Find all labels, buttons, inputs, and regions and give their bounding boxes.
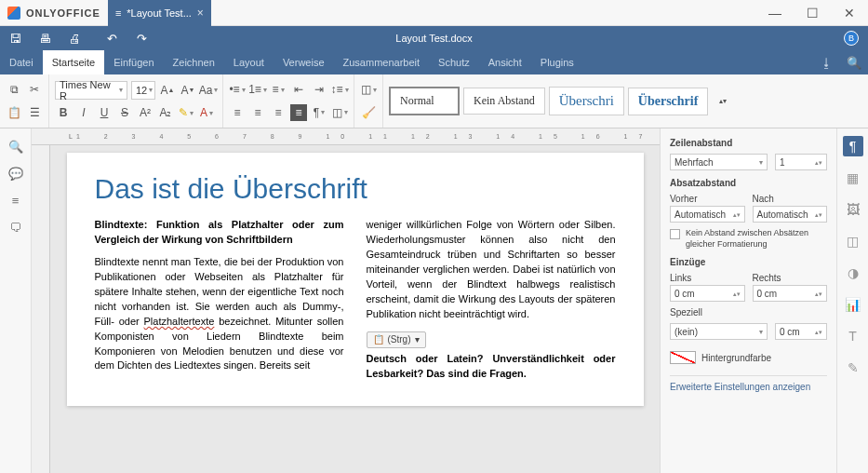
align-left-icon[interactable]: ≡ [229, 104, 246, 121]
after-label: Nach [753, 194, 828, 204]
indent-right-input[interactable]: 0 cm▴▾ [753, 285, 828, 302]
menu-zusammenarbeit[interactable]: Zusammenarbeit [334, 50, 430, 74]
quickprint-button[interactable]: 🖨 [60, 26, 89, 50]
comments-icon[interactable]: 💬 [8, 167, 23, 181]
font-size-select[interactable]: 12▾ [131, 81, 155, 100]
strike-icon[interactable]: S [116, 104, 133, 121]
superscript-icon[interactable]: A² [137, 104, 154, 121]
print-button[interactable]: 🖶 [30, 26, 60, 50]
save-button[interactable]: 🖫 [0, 26, 30, 50]
signature-panel-icon[interactable]: ✎ [843, 358, 863, 378]
redo-button[interactable]: ↷ [127, 26, 156, 50]
feedback-icon[interactable]: 🗨 [9, 221, 21, 235]
para-spacing-header: Absatzabstand [670, 178, 827, 188]
document-page[interactable]: Das ist die Überschrift Blindtexte: Funk… [67, 153, 644, 406]
special-indent-value[interactable]: 0 cm▴▾ [775, 323, 827, 340]
style-no-spacing[interactable]: Kein Abstand [463, 88, 545, 115]
subscript-icon[interactable]: A₂ [157, 104, 174, 121]
highlight-icon[interactable]: ✎▾ [178, 104, 194, 121]
menu-ansicht[interactable]: Ansicht [479, 50, 531, 74]
font-color-icon[interactable]: A▾ [198, 104, 215, 121]
shape-panel-icon[interactable]: ◑ [843, 263, 863, 283]
multilevel-icon[interactable]: ≡▾ [270, 81, 287, 98]
horizontal-ruler[interactable]: L 1 2 3 4 5 6 7 8 9 10 11 12 13 14 15 16… [32, 128, 660, 145]
style-expand-icon[interactable]: ▴▾ [712, 93, 734, 110]
bullets-icon[interactable]: •≡▾ [229, 81, 246, 98]
font-name-select[interactable]: Times New R▾ [55, 81, 127, 100]
app-logo: ONLYOFFICE [0, 7, 108, 20]
change-case-icon[interactable]: Aa▾ [200, 82, 217, 99]
find-icon[interactable]: 🔍 [8, 140, 23, 154]
menu-startseite[interactable]: Startseite [43, 50, 104, 74]
decrease-font-icon[interactable]: A▼ [180, 82, 196, 99]
style-heading2[interactable]: Überschrif [628, 88, 709, 115]
shading-icon[interactable]: ◫▾ [331, 104, 348, 121]
insert-shape-icon[interactable]: ◫▾ [360, 81, 377, 98]
indent-decrease-icon[interactable]: ⇤ [290, 81, 307, 98]
menu-tabs: Datei Startseite Einfügen Zeichnen Layou… [0, 50, 868, 74]
cut-icon[interactable]: ✂ [26, 81, 43, 98]
line-spacing-value-input[interactable]: 1▴▾ [775, 154, 827, 170]
menu-layout[interactable]: Layout [224, 50, 274, 74]
paste-options-tag[interactable]: 📋 (Strg) ▾ [367, 331, 426, 349]
menu-einfuegen[interactable]: Einfügen [104, 50, 163, 74]
increase-font-icon[interactable]: A▲ [159, 82, 176, 99]
header-panel-icon[interactable]: ◫ [843, 231, 863, 251]
underline-icon[interactable]: U [96, 104, 113, 121]
align-center-icon[interactable]: ≡ [249, 104, 266, 121]
user-avatar[interactable]: B [844, 31, 859, 46]
advanced-settings-link[interactable]: Erweiterte Einstellungen anzeigen [670, 382, 810, 392]
menu-datei[interactable]: Datei [0, 50, 43, 74]
chart-panel-icon[interactable]: 📊 [843, 294, 863, 315]
italic-icon[interactable]: I [75, 104, 92, 121]
special-indent-select[interactable]: (kein)▾ [670, 323, 768, 340]
subheading-1: Blindtexte: Funktion als Platzhalter ode… [95, 218, 344, 248]
paste-icon[interactable]: 📋 [6, 104, 22, 121]
search-icon[interactable]: 🔍 [840, 50, 868, 74]
document-area: L 1 2 3 4 5 6 7 8 9 10 11 12 13 14 15 16… [32, 128, 660, 473]
close-window-button[interactable]: ✕ [831, 0, 868, 26]
spacing-after-input[interactable]: Automatisch▴▾ [753, 206, 828, 223]
align-right-icon[interactable]: ≡ [270, 104, 287, 121]
line-spacing-mode-select[interactable]: Mehrfach▾ [670, 154, 768, 170]
close-tab-icon[interactable]: × [197, 7, 204, 20]
undo-button[interactable]: ↶ [97, 26, 127, 50]
textart-panel-icon[interactable]: T [843, 326, 863, 346]
line-spacing-header: Zeilenabstand [670, 138, 827, 148]
paragraph-panel-icon[interactable]: ¶ [843, 136, 863, 156]
document-tab[interactable]: ≡ *Layout Test... × [108, 0, 211, 26]
vertical-ruler[interactable] [32, 145, 50, 473]
bg-color-swatch[interactable] [670, 351, 696, 364]
table-panel-icon[interactable]: ▦ [843, 168, 863, 188]
image-panel-icon[interactable]: 🖼 [843, 199, 863, 220]
menu-schutz[interactable]: Schutz [429, 50, 479, 74]
right-toolbar: ¶ ▦ 🖼 ◫ ◑ 📊 T ✎ [836, 128, 868, 473]
bold-icon[interactable]: B [55, 104, 72, 121]
style-heading1[interactable]: Überschri [549, 87, 624, 115]
headings-icon[interactable]: ≡ [12, 194, 20, 208]
style-gallery: Normal Kein Abstand Überschri Überschrif… [383, 74, 868, 128]
align-justify-icon[interactable]: ≡ [290, 104, 307, 121]
select-all-icon[interactable]: ☰ [26, 104, 43, 121]
menu-zeichnen[interactable]: Zeichnen [164, 50, 224, 74]
clear-style-icon[interactable]: 🧹 [360, 104, 377, 121]
subheading-2: Deutsch oder Latein? Unverständlichkeit … [367, 352, 616, 382]
nonprinting-icon[interactable]: ¶▾ [311, 104, 327, 121]
quick-access-bar: 🖫 🖶 🖨 ↶ ↷ Layout Test.docx B [0, 26, 868, 50]
spacing-before-input[interactable]: Automatisch▴▾ [670, 206, 745, 223]
indent-left-label: Links [670, 273, 745, 283]
titlebar: ONLYOFFICE ≡ *Layout Test... × — ☐ ✕ [0, 0, 868, 26]
copy-icon[interactable]: ⧉ [6, 81, 22, 98]
minimize-button[interactable]: — [756, 0, 794, 26]
style-normal[interactable]: Normal [389, 87, 460, 115]
menu-plugins[interactable]: Plugins [531, 50, 583, 74]
maximize-button[interactable]: ☐ [794, 0, 831, 26]
open-location-icon[interactable]: ⭳ [812, 50, 840, 74]
menu-verweise[interactable]: Verweise [274, 50, 334, 74]
numbering-icon[interactable]: 1≡▾ [249, 81, 266, 98]
no-space-same-check[interactable]: Kein Abstand zwischen Absätzen gleicher … [670, 228, 827, 250]
indent-left-input[interactable]: 0 cm▴▾ [670, 285, 745, 302]
line-spacing-icon[interactable]: ↕≡▾ [331, 81, 348, 98]
indent-increase-icon[interactable]: ⇥ [311, 81, 327, 98]
spellcheck-word: Platzhaltertexte [144, 316, 215, 327]
